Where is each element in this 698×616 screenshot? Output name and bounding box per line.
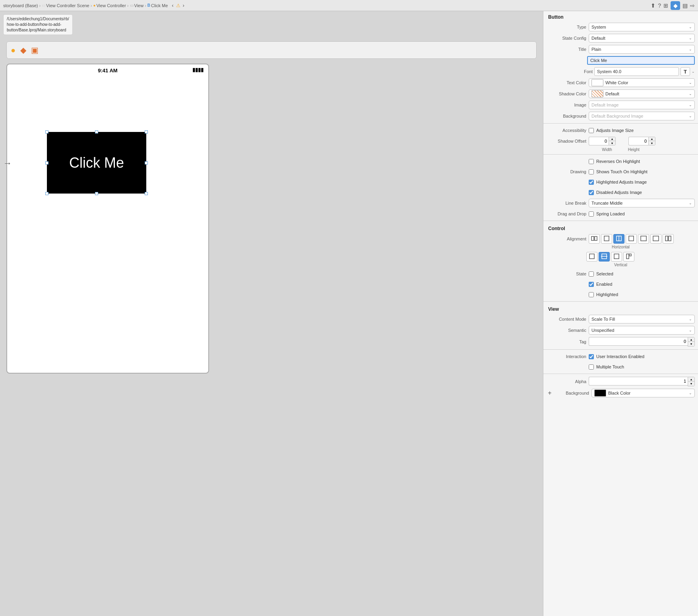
alignment-label: Alignment [547,236,586,241]
shadow-width-down[interactable]: ▼ [609,141,615,145]
h-align-btn-4[interactable] [638,234,649,244]
breadcrumb-view[interactable]: View [134,3,144,8]
line-break-label: Line Break [547,201,586,205]
breadcrumb-vc[interactable]: View Controller [96,3,126,8]
title-text-input[interactable]: Click Me [587,56,695,65]
svg-rect-14 [626,254,629,259]
nav-forward-btn[interactable]: › [182,2,185,8]
disabled-adjusts-checkbox[interactable] [589,190,594,195]
canvas-click-me-button[interactable]: Click Me [47,132,146,194]
shows-touch-checkbox[interactable] [589,169,594,174]
h-align-btn-2[interactable] [613,234,624,244]
toolbar-inspector-btn[interactable]: ▤ [682,2,688,9]
shadow-height-up[interactable]: ▲ [649,137,655,141]
shadow-height-input[interactable] [628,137,648,145]
image-dropdown[interactable]: Default Image ⌄ [589,101,695,109]
handle-br[interactable] [145,192,148,195]
highlighted-adjusts-checkbox[interactable] [589,180,594,185]
content-mode-label: Content Mode [547,317,586,322]
battery-icon: ▮▮▮▮ [192,67,204,73]
image-label: Image [547,103,586,107]
handle-bm[interactable] [95,192,98,195]
toolbar-nav-btn[interactable]: ⇨ [690,2,695,9]
highlighted-checkbox[interactable] [589,292,594,297]
highlighted-state-label: Highlighted [596,292,618,297]
handle-tr[interactable] [145,130,148,134]
accessibility-label: Accessibility [547,128,586,133]
bg-plus-btn[interactable]: + [547,390,553,396]
background-image-dropdown[interactable]: Default Background Image ⌄ [589,112,695,120]
shadow-color-swatch [591,90,603,97]
selected-checkbox[interactable] [589,271,594,277]
handle-mr[interactable] [145,161,148,165]
horizontal-align-label: Horizontal [543,245,698,251]
breadcrumb-view-icon: ▭ [130,3,134,8]
v-align-btn-3[interactable] [623,252,634,262]
interaction-label: Interaction [547,354,586,359]
alpha-up-btn[interactable]: ▲ [688,377,694,382]
handle-tm[interactable] [95,130,98,134]
user-interaction-checkbox[interactable] [589,354,594,359]
h-align-btn-5[interactable] [650,234,661,244]
tag-up-btn[interactable]: ▲ [688,337,694,342]
canvas-button-wrapper[interactable]: Click Me [47,132,146,194]
tag-input[interactable] [589,337,688,346]
segment-icon-square[interactable]: ▣ [31,45,39,55]
handle-ml[interactable] [45,161,48,165]
semantic-dropdown[interactable]: Unspecified ⌄ [589,326,695,335]
nav-back-btn[interactable]: ‹ [171,2,174,8]
toolbar-help-btn[interactable]: ? [658,2,661,9]
spring-loaded-checkbox[interactable] [589,211,594,217]
adjusts-image-size-checkbox[interactable] [589,128,594,133]
alpha-down-btn[interactable]: ▼ [688,382,694,386]
shadow-color-dropdown[interactable]: Default ⌄ [589,89,695,98]
breadcrumb-storyboard[interactable]: storyboard (Base) [3,3,38,8]
breadcrumb-scene[interactable]: View Controller Scene [46,3,89,8]
svg-rect-5 [629,236,634,241]
toolbar-pin-btn[interactable]: ◆ [671,1,680,10]
type-dropdown[interactable]: System ⌄ [589,23,695,31]
shows-touch-label: Shows Touch On Highlight [596,169,648,174]
line-break-dropdown[interactable]: Truncate Middle ⌄ [589,199,695,207]
reverses-checkbox[interactable] [589,159,594,164]
v-align-btn-2[interactable] [611,252,622,262]
spring-loaded-label: Spring Loaded [596,211,625,216]
title-label: Title [547,47,586,52]
font-T-button[interactable]: T [681,67,690,76]
enabled-checkbox[interactable] [589,282,594,287]
adjusts-image-size-label: Adjusts Image Size [596,128,634,133]
alpha-input[interactable] [589,377,688,385]
toolbar-grid-btn[interactable]: ⊞ [663,2,668,9]
type-label: Type [547,25,586,29]
segment-icon-cube[interactable]: ◆ [20,45,26,55]
breadcrumb-btn-icon: B [147,3,150,8]
semantic-label: Semantic [547,328,586,333]
tag-down-btn[interactable]: ▼ [688,342,694,346]
title-dropdown[interactable]: Plain ⌄ [589,45,695,54]
bg-color-label: Background [555,391,589,395]
section-button-header: Button [543,11,698,21]
h-align-btn-1[interactable] [601,234,612,244]
drag-drop-label: Drag and Drop [547,211,586,216]
toolbar-share-btn[interactable]: ⬆ [651,2,655,9]
breadcrumb-clickme[interactable]: Click Me [151,3,168,8]
shadow-height-down[interactable]: ▼ [649,141,655,145]
shadow-width-input[interactable] [589,137,609,145]
h-align-btn-0[interactable] [589,234,600,244]
shadow-width-up[interactable]: ▲ [609,137,615,141]
content-mode-dropdown[interactable]: Scale To Fill ⌄ [589,315,695,323]
state-config-dropdown[interactable]: Default ⌄ [589,34,695,43]
text-color-dropdown[interactable]: White Color ⌄ [589,78,695,87]
handle-bl[interactable] [45,192,48,195]
v-align-btn-1[interactable] [599,252,610,262]
segment-icon-circle[interactable]: ● [11,46,16,55]
v-align-btn-0[interactable] [586,252,597,262]
font-dropdown[interactable]: System 40.0 [594,67,679,76]
h-align-btn-3[interactable] [626,234,637,244]
bg-color-swatch [594,389,606,397]
bg-color-dropdown[interactable]: Black Color ⌄ [591,389,695,397]
h-align-btn-6[interactable] [663,234,674,244]
multiple-touch-checkbox[interactable] [589,364,594,370]
handle-tl[interactable] [45,130,48,134]
svg-rect-6 [641,236,646,241]
